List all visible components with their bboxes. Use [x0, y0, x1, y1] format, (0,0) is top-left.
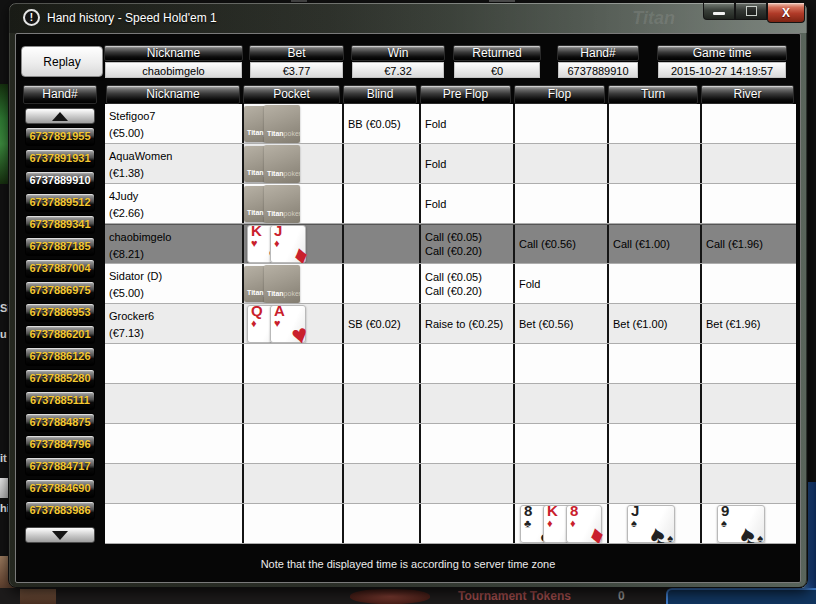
scroll-up-button[interactable]	[25, 108, 95, 124]
player-row: Stefigoo7(€5.00)TitanpokerTitanpokerBB (…	[105, 104, 796, 144]
hand-number-button[interactable]: 6737884717	[25, 457, 95, 476]
hand-list-header: Hand#	[23, 85, 97, 104]
blind-cell	[342, 144, 419, 183]
action-text: Call (€0.05)	[425, 230, 509, 244]
preflop-cell: Raise to (€0.25)	[419, 304, 513, 343]
player-row: 4Judy(€2.66)TitanpokerTitanpokerFold	[105, 184, 796, 224]
player-nickname: Sidator (D)	[109, 268, 238, 285]
background-image-fragment	[20, 589, 56, 604]
hand-number-button[interactable]: 6737885111	[25, 391, 95, 410]
blind-cell	[342, 384, 419, 423]
card-suit-small: ♥	[251, 238, 258, 249]
minimize-button[interactable]	[703, 3, 735, 20]
hand-number-button[interactable]: 6737884875	[25, 413, 95, 432]
hand-number-button[interactable]: 6737885280	[25, 369, 95, 388]
summary-label-bet: Bet	[249, 45, 344, 61]
hand-number-button[interactable]: 6737889910	[25, 171, 95, 190]
preflop-cell	[419, 384, 513, 423]
turn-cell	[607, 264, 700, 303]
summary-label-nickname: Nickname	[104, 45, 243, 61]
action-text: BB (€0.05)	[348, 117, 415, 131]
player-stack: (€1.38)	[109, 165, 238, 182]
hand-number-button[interactable]: 6737884796	[25, 435, 95, 454]
player-nickname: Stefigoo7	[109, 108, 238, 125]
hand-number-button[interactable]: 6737889512	[25, 193, 95, 212]
hand-table: NicknamePocketBlindPre FlopFlopTurnRiver…	[105, 85, 796, 545]
flop-cell	[513, 144, 607, 183]
hand-number-button[interactable]: 6737887004	[25, 259, 95, 278]
maximize-button[interactable]	[735, 3, 767, 20]
hand-number-button[interactable]: 6737887185	[25, 237, 95, 256]
action-text: Call (€0.05)	[425, 270, 509, 284]
river-cell	[700, 144, 796, 183]
hand-number-button[interactable]: 6737891931	[25, 149, 95, 168]
player-stack: (€5.00)	[109, 125, 238, 142]
replay-button[interactable]: Replay	[21, 46, 103, 77]
player-nickname: AquaWomen	[109, 148, 238, 165]
card-rank: A	[274, 304, 285, 318]
pocket-cards: Q♦♦A♥♥	[244, 304, 342, 343]
player-stack: (€2.66)	[109, 205, 238, 222]
flop-cell	[513, 104, 607, 143]
player-stack: (€8.21)	[109, 246, 238, 263]
pocket-card-backs: TitanpokerTitanpoker	[244, 184, 342, 223]
close-button[interactable]: X	[767, 3, 805, 23]
hand-number-button[interactable]: 6737886975	[25, 281, 95, 300]
preflop-cell	[419, 424, 513, 463]
background-blue-window-edge	[666, 588, 816, 604]
card-8-diamond: 8♦♦	[566, 505, 602, 543]
card-suit-small: ♦	[547, 518, 553, 529]
card-suit-big: ♠	[737, 520, 757, 543]
summary-label-win: Win	[351, 45, 445, 61]
action-text: Fold	[425, 157, 509, 171]
column-header-pre-flop: Pre Flop	[420, 85, 511, 104]
flop-cell	[513, 464, 607, 503]
turn-cell: Bet (€1.00)	[607, 304, 700, 343]
blind-cell	[342, 344, 419, 383]
action-text: Raise to (€0.25)	[425, 317, 509, 331]
pocket-cell	[242, 504, 342, 543]
column-header-river: River	[701, 85, 794, 104]
titlebar[interactable]: ! Hand history - Speed Hold'em 1 Titan X	[9, 3, 807, 33]
card-suit-big: ♦	[291, 241, 311, 263]
river-cell: Call (€1.96)	[700, 225, 796, 263]
window-title: Hand history - Speed Hold'em 1	[47, 11, 217, 25]
nickname-cell	[105, 384, 242, 423]
titan-watermark: Titan	[632, 8, 675, 29]
action-text: Call (€0.56)	[519, 237, 603, 251]
blind-cell	[342, 264, 419, 303]
river-cell	[700, 184, 796, 223]
pocket-cell	[242, 424, 342, 463]
hand-number-button[interactable]: 6737891955	[25, 127, 95, 146]
hand-number-button[interactable]: 6737884690	[25, 479, 95, 498]
pocket-cell	[242, 384, 342, 423]
card-back: Titanpoker	[264, 145, 300, 183]
scroll-down-button[interactable]	[25, 527, 95, 543]
column-header-flop: Flop	[514, 85, 605, 104]
blind-cell	[342, 184, 419, 223]
player-row: Grocker6(€7.13)Q♦♦A♥♥SB (€0.02)Raise to …	[105, 304, 796, 344]
action-text: Fold	[425, 197, 509, 211]
hand-number-button[interactable]: 6737883986	[25, 501, 95, 520]
card-suit-small: ♥	[274, 318, 281, 329]
action-text: Fold	[425, 117, 509, 131]
column-header-turn: Turn	[608, 85, 698, 104]
action-text: Call (€1.96)	[706, 237, 792, 251]
hand-number-button[interactable]: 6737889341	[25, 215, 95, 234]
flop-cell: Call (€0.56)	[513, 225, 607, 263]
card-suit-small: ♠	[631, 518, 637, 529]
blind-cell	[342, 464, 419, 503]
card-rank: 8	[524, 504, 532, 518]
preflop-cell: Fold	[419, 144, 513, 183]
hand-number-button[interactable]: 6737886126	[25, 347, 95, 366]
card-back: Titanpoker	[264, 105, 300, 143]
turn-cell	[607, 344, 700, 383]
hand-number-button[interactable]: 6737886953	[25, 303, 95, 322]
hand-number-button[interactable]: 6737886201	[25, 325, 95, 344]
blind-cell	[342, 424, 419, 463]
blind-cell	[342, 504, 419, 543]
summary-value-nickname: chaobimgelo	[105, 62, 242, 78]
action-text: Bet (€1.96)	[706, 317, 792, 331]
preflop-cell: Fold	[419, 104, 513, 143]
player-row: Sidator (D)(€5.00)TitanpokerTitanpokerCa…	[105, 264, 796, 304]
